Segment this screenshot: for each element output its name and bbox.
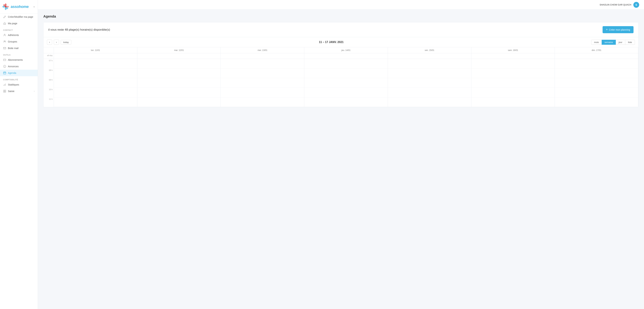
sidebar-item-statitiques[interactable]: Statitiques <box>0 81 38 88</box>
cell-08h-6[interactable] <box>555 69 638 78</box>
cell-10h-2[interactable] <box>221 88 304 97</box>
cell-07h-5[interactable] <box>472 59 555 69</box>
svg-rect-23 <box>4 91 4 92</box>
day-header-6: dim. 17/01 <box>555 47 638 53</box>
sidebar-item-groupes[interactable]: Groupes <box>0 38 38 45</box>
svg-rect-16 <box>4 73 4 73</box>
svg-point-8 <box>4 41 5 42</box>
allday-cell-3[interactable] <box>304 53 388 59</box>
allday-cell-2[interactable] <box>221 53 304 59</box>
sidebar-item-annonces[interactable]: Annonces <box>0 63 38 70</box>
sidebar-label-adherents: Adhérents <box>8 34 19 37</box>
day-header-3: jeu. 14/01 <box>304 47 388 53</box>
time-row-09h: 09 h <box>44 78 638 88</box>
create-planning-button[interactable]: + Créer mon planning <box>602 26 634 33</box>
sidebar-item-adherents[interactable]: Adhérents <box>0 32 38 38</box>
calendar-prev-button[interactable]: ‹ <box>47 40 52 45</box>
time-row-07h: 07 h <box>44 59 638 69</box>
svg-rect-19 <box>4 84 5 86</box>
cell-09h-2[interactable] <box>221 78 304 88</box>
view-liste-button[interactable]: liste <box>625 40 635 45</box>
time-label-07h: 07 h <box>44 59 54 69</box>
edit-icon <box>3 15 6 19</box>
cell-10h-4[interactable] <box>388 88 472 97</box>
svg-rect-24 <box>5 91 6 92</box>
sidebar-label-ma-page: Ma page <box>8 22 17 25</box>
cell-08h-3[interactable] <box>304 69 388 78</box>
sidebar-item-abonnements[interactable]: Abonnements <box>0 57 38 63</box>
sidebar-collapse-button[interactable]: « <box>33 5 35 8</box>
cell-07h-1[interactable] <box>137 59 221 69</box>
section-label-outils: OUTILS <box>0 52 38 57</box>
cell-10h-5[interactable] <box>472 88 555 97</box>
view-semaine-button[interactable]: semaine <box>602 40 616 45</box>
cell-07h-2[interactable] <box>221 59 304 69</box>
logo-text: assohome <box>11 5 29 9</box>
cell-08h-2[interactable] <box>221 69 304 78</box>
cell-07h-3[interactable] <box>304 59 388 69</box>
calendar-date-range: 11 – 17 JANV. 2021 <box>73 41 590 44</box>
sidebar-item-boite-mail[interactable]: Boite mail <box>0 45 38 52</box>
sidebar-item-creer-page[interactable]: Créer/Modifier ma page <box>0 14 38 20</box>
user-avatar[interactable]: S <box>633 2 639 8</box>
grid-icon <box>3 90 6 93</box>
cell-11h-3[interactable] <box>304 97 388 107</box>
allday-label: all-day <box>44 53 54 59</box>
cell-08h-1[interactable] <box>137 69 221 78</box>
cell-10h-6[interactable] <box>555 88 638 97</box>
person-icon <box>3 34 6 37</box>
cell-09h-1[interactable] <box>137 78 221 88</box>
plus-icon: + <box>606 28 608 32</box>
cell-09h-6[interactable] <box>555 78 638 88</box>
allday-cell-1[interactable] <box>137 53 221 59</box>
cell-10h-3[interactable] <box>304 88 388 97</box>
svg-rect-20 <box>5 84 6 86</box>
calendar-next-button[interactable]: › <box>54 40 59 45</box>
cell-07h-4[interactable] <box>388 59 472 69</box>
allday-cell-0[interactable] <box>54 53 137 59</box>
cell-11h-2[interactable] <box>221 97 304 107</box>
cell-09h-5[interactable] <box>472 78 555 88</box>
calendar-today-button[interactable]: today <box>61 40 71 45</box>
cell-11h-1[interactable] <box>137 97 221 107</box>
cell-09h-4[interactable] <box>388 78 472 88</box>
time-row-10h: 10 h <box>44 88 638 97</box>
sidebar-label-annonces: Annonces <box>8 65 18 68</box>
cell-11h-5[interactable] <box>472 97 555 107</box>
svg-rect-12 <box>4 60 6 60</box>
calendar-header-row: lun. 11/01 mar. 12/01 mer. 13/01 jeu. 14… <box>44 47 638 53</box>
calendar-toolbar: ‹ › today 11 – 17 JANV. 2021 mois semain… <box>44 37 638 47</box>
cell-09h-0[interactable] <box>54 78 137 88</box>
allday-cell-5[interactable] <box>472 53 555 59</box>
day-header-5: sam. 16/01 <box>472 47 555 53</box>
cell-08h-5[interactable] <box>472 69 555 78</box>
cell-07h-6[interactable] <box>555 59 638 69</box>
sidebar-label-creer-page: Créer/Modifier ma page <box>8 16 33 18</box>
cell-10h-1[interactable] <box>137 88 221 97</box>
section-label-contact: CONTACT <box>0 27 38 32</box>
cell-11h-4[interactable] <box>388 97 472 107</box>
cell-08h-4[interactable] <box>388 69 472 78</box>
svg-point-14 <box>4 66 5 66</box>
cell-07h-0[interactable] <box>54 59 137 69</box>
cell-09h-3[interactable] <box>304 78 388 88</box>
view-mois-button[interactable]: mois <box>591 40 602 45</box>
cell-10h-0[interactable] <box>54 88 137 97</box>
group-icon <box>3 40 6 43</box>
create-planning-label: Créer mon planning <box>609 28 630 31</box>
sidebar-item-saisie[interactable]: Saisie › <box>0 88 38 95</box>
cell-08h-0[interactable] <box>54 69 137 78</box>
cell-11h-0[interactable] <box>54 97 137 107</box>
calendar-icon <box>3 71 6 75</box>
sidebar-item-ma-page[interactable]: Ma page <box>0 20 38 27</box>
logo-icon <box>2 3 9 10</box>
sidebar-label-abonnements: Abonnements <box>8 59 23 61</box>
allday-cell-4[interactable] <box>388 53 472 59</box>
allday-cell-6[interactable] <box>555 53 638 59</box>
view-jour-button[interactable]: jour <box>616 40 625 45</box>
card-icon <box>3 58 6 61</box>
sidebar-label-groupes: Groupes <box>8 40 17 43</box>
sidebar-item-agenda[interactable]: Agenda <box>0 70 38 76</box>
cell-11h-6[interactable] <box>555 97 638 107</box>
calendar-body: 07 h 08 h <box>44 59 638 107</box>
